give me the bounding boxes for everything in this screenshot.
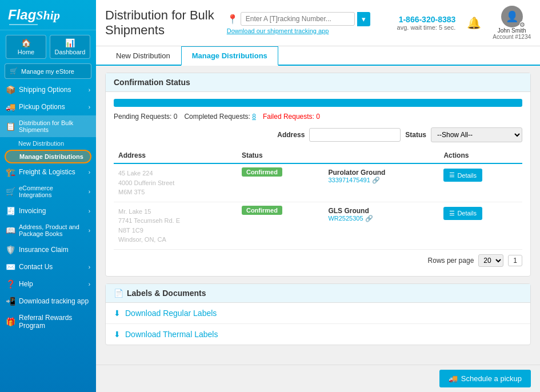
status-cell-1: Confirmed bbox=[237, 163, 323, 202]
sidebar-item-address[interactable]: 📖 Address, Product and Package Books › bbox=[0, 219, 96, 241]
status-filter-select[interactable]: --Show All-- bbox=[431, 127, 522, 142]
freight-icon: 🏗️ bbox=[6, 167, 15, 177]
address-cell-2: Mr. Lake 15 7741 Tecumseh Rd. E N8T 1C9 … bbox=[114, 202, 237, 249]
carrier-cell-1: Purolator Ground 333971475491 🔗 bbox=[323, 163, 439, 202]
contact-icon: ✉️ bbox=[6, 262, 15, 271]
sidebar-item-insurance[interactable]: 🛡️ Insurance Claim bbox=[0, 241, 96, 258]
top-nav-buttons: 🏠 Home 📊 Dashboard bbox=[0, 30, 96, 63]
download-thermal-labels-button[interactable]: ⬇ Download Thermal Labels bbox=[106, 324, 530, 345]
freight-label: Freight & Logistics bbox=[19, 168, 75, 176]
referral-icon: 🎁 bbox=[6, 317, 15, 326]
labels-documents-card: 📄 Labels & Documents ⬇ Download Regular … bbox=[105, 283, 531, 345]
rows-per-page-select[interactable]: 20 bbox=[478, 254, 503, 267]
page-number: 1 bbox=[508, 255, 522, 266]
ecommerce-label: eCommerce Integrations bbox=[19, 185, 85, 198]
dashboard-icon: 📊 bbox=[51, 38, 89, 47]
tracking-link-2[interactable]: WR2525305 🔗 bbox=[328, 215, 373, 222]
help-label: Help bbox=[19, 280, 33, 288]
download-icon: ⬇ bbox=[114, 330, 121, 339]
distribution-label: Distribution for Bulk Shipments bbox=[19, 119, 90, 133]
manage-estore-button[interactable]: 🛒 Manage my eStore bbox=[5, 63, 91, 79]
download-tracking-label: Download tracking app bbox=[19, 297, 89, 305]
filter-group: Address Status --Show All-- bbox=[277, 127, 522, 142]
shipping-label: Shipping Options bbox=[19, 86, 71, 94]
progress-bar bbox=[114, 99, 522, 107]
user-account: Account #1234 bbox=[493, 34, 531, 40]
table-row: 45 Lake 224 4000 Dufferin Street M6M 3T5… bbox=[114, 163, 522, 202]
actions-cell-2: ☰ Details bbox=[439, 202, 522, 249]
table-pagination: Rows per page 20 1 bbox=[114, 250, 522, 269]
shipping-icon: 📦 bbox=[6, 85, 15, 94]
tracking-input[interactable] bbox=[241, 12, 355, 26]
sidebar-item-download-tracking[interactable]: 📲 Download tracking app bbox=[0, 293, 96, 310]
address-cell-1: 45 Lake 224 4000 Dufferin Street M6M 3T5 bbox=[114, 163, 237, 202]
address-filter-label: Address bbox=[277, 131, 305, 139]
sidebar-item-invoicing[interactable]: 🧾 Invoicing › bbox=[0, 202, 96, 219]
invoicing-icon: 🧾 bbox=[6, 206, 15, 215]
download-tracking-icon: 📲 bbox=[6, 297, 15, 306]
details-button-2[interactable]: ☰ Details bbox=[443, 207, 482, 220]
sidebar-item-shipping[interactable]: 📦 Shipping Options › bbox=[0, 81, 96, 98]
sidebar: FlagShip 🏠 Home 📊 Dashboard 🛒 Manage my … bbox=[0, 0, 96, 392]
dashboard-button[interactable]: 📊 Dashboard bbox=[50, 35, 90, 59]
download-icon: ⬇ bbox=[114, 309, 121, 318]
logo: FlagShip bbox=[0, 0, 96, 30]
address-filter-input[interactable] bbox=[309, 128, 401, 142]
actions-column-header: Actions bbox=[439, 148, 522, 163]
sidebar-item-contact[interactable]: ✉️ Contact Us › bbox=[0, 258, 96, 275]
chevron-right-icon: › bbox=[89, 227, 90, 234]
manage-distributions-label: Manage Distributions bbox=[19, 153, 83, 160]
completed-count-link[interactable]: 8 bbox=[252, 113, 256, 121]
sidebar-item-freight[interactable]: 🏗️ Freight & Logistics › bbox=[0, 163, 96, 181]
logo-text: FlagShip bbox=[8, 7, 60, 22]
notification-bell[interactable]: 🔔 bbox=[467, 16, 481, 30]
tracking-app-link[interactable]: Download our shipment tracking app bbox=[227, 27, 370, 34]
invoicing-label: Invoicing bbox=[19, 207, 46, 215]
sidebar-item-distribution[interactable]: 📋 Distribution for Bulk Shipments bbox=[0, 115, 96, 137]
sidebar-item-help[interactable]: ❓ Help › bbox=[0, 275, 96, 293]
address-column-header: Address bbox=[114, 148, 237, 163]
chevron-right-icon: › bbox=[89, 87, 90, 93]
phone-section: 1-866-320-8383 avg. wait time: 5 sec. bbox=[397, 15, 456, 31]
status-cell-2: Confirmed bbox=[237, 202, 323, 249]
carrier-column-header bbox=[323, 148, 439, 163]
sidebar-item-pickup[interactable]: 🚚 Pickup Options › bbox=[0, 98, 96, 115]
truck-icon: 🚚 bbox=[449, 374, 458, 383]
home-button[interactable]: 🏠 Home bbox=[6, 35, 46, 59]
tracking-dropdown-button[interactable]: ▾ bbox=[357, 12, 370, 26]
tab-manage-distributions[interactable]: Manage Distributions bbox=[181, 46, 278, 66]
sidebar-sub-manage-distributions[interactable]: Manage Distributions bbox=[5, 150, 91, 163]
chevron-right-icon: › bbox=[89, 281, 90, 287]
pickup-label: Pickup Options bbox=[19, 103, 65, 111]
new-distribution-label: New Distribution bbox=[18, 140, 64, 147]
dashboard-label: Dashboard bbox=[55, 49, 86, 55]
sidebar-item-referral[interactable]: 🎁 Referral Rewards Program bbox=[0, 310, 96, 334]
pickup-icon: 🚚 bbox=[6, 102, 15, 111]
tracking-input-row: 📍 ▾ bbox=[227, 12, 370, 26]
tab-new-distribution[interactable]: New Distribution bbox=[105, 46, 181, 66]
chevron-right-icon: › bbox=[89, 208, 90, 214]
contact-label: Contact Us bbox=[19, 263, 53, 271]
sidebar-item-ecommerce[interactable]: 🛒 eCommerce Integrations › bbox=[0, 181, 96, 202]
wait-time: avg. wait time: 5 sec. bbox=[397, 24, 456, 31]
chevron-right-icon: › bbox=[89, 189, 90, 195]
main-content: Distribution for Bulk Shipments 📍 ▾ Down… bbox=[96, 0, 540, 392]
sidebar-sub-new-distribution[interactable]: New Distribution bbox=[0, 137, 96, 150]
tracking-link-1[interactable]: 333971475491 🔗 bbox=[328, 177, 379, 183]
chevron-right-icon: › bbox=[89, 264, 90, 270]
carrier-cell-2: GLS Ground WR2525305 🔗 bbox=[323, 202, 439, 249]
failed-count: Failed Requests: 0 bbox=[263, 113, 320, 121]
confirmation-status-header: Confirmation Status bbox=[106, 73, 530, 92]
status-column-header: Status bbox=[237, 148, 323, 163]
cart-icon: 🛒 bbox=[10, 67, 18, 75]
details-button-1[interactable]: ☰ Details bbox=[443, 169, 482, 182]
chevron-right-icon: › bbox=[89, 169, 90, 175]
download-regular-labels-button[interactable]: ⬇ Download Regular Labels bbox=[106, 303, 530, 324]
document-icon: 📄 bbox=[114, 289, 123, 298]
schedule-pickup-button[interactable]: 🚚 Schedule a pickup bbox=[439, 370, 531, 387]
user-menu[interactable]: 👤 ⚙ John Smith Account #1234 bbox=[493, 6, 531, 40]
header: Distribution for Bulk Shipments 📍 ▾ Down… bbox=[96, 0, 540, 46]
pending-count: Pending Requests: 0 bbox=[114, 113, 177, 121]
address-label: Address, Product and Package Books bbox=[19, 223, 85, 237]
page-title: Distribution for Bulk Shipments bbox=[105, 8, 214, 38]
